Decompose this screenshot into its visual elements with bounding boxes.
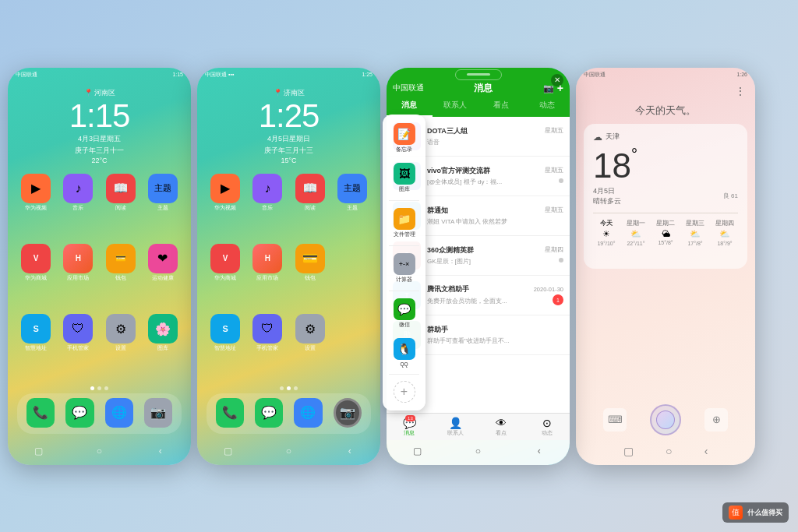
app-icon-music[interactable]: ♪ 音乐 (59, 174, 97, 239)
dot-2 (97, 386, 101, 390)
app-label-read: 阅读 (115, 205, 126, 211)
dock-2-messages[interactable]: 💬 (255, 398, 283, 428)
nav-circle-2[interactable]: ○ (281, 443, 296, 459)
panel-item-files[interactable]: 📁 文件管理 (386, 204, 422, 242)
app-icon-2-music[interactable]: ♪ 音乐 (249, 174, 286, 239)
panel-label-files: 文件管理 (394, 231, 415, 238)
phone-screen-1: 中国联通 1:15 📍河南区 1:15 4月3日星期五 庚子年三月十一 22°C… (8, 68, 191, 465)
app-icon-vmall[interactable]: V 华为商城 (17, 244, 55, 309)
panel-divider-4 (389, 374, 419, 375)
panel-label-wechat: 微信 (399, 322, 410, 329)
panel-icon-memo: 📝 (394, 123, 415, 145)
chat-msg-dota: 语音 (427, 138, 563, 146)
chat-content-vivo: vivo官方评测交流群 星期五 [@全体成员] 根予 dy：福... (427, 166, 563, 186)
app-label-smart: 智慧地址 (25, 345, 47, 351)
phone-screen-4: 中国联通 1:26 ⋮ 今天的天气。 ☁ 天津 18 ° 4月5日 晴转多云 良… (576, 68, 755, 465)
app-label-manager: 手机管家 (67, 345, 89, 351)
app-icon-smart[interactable]: S 智慧地址 (17, 314, 55, 379)
app-icon-gallery[interactable]: 🌸 图库 (144, 314, 182, 379)
weather-nav-back[interactable]: ‹ (704, 445, 708, 457)
app-icon-huawei-video[interactable]: ▶ 华为视频 (17, 174, 55, 239)
side-panel: 📝 备忘录 🖼 图库 📁 文件管理 +-× 计算器 💬 微信 (383, 115, 425, 410)
nav-back-3[interactable]: ‹ (531, 443, 547, 459)
wechat-nav-contacts[interactable]: 👤 联系人 (433, 414, 478, 440)
panel-item-qq[interactable]: 🐧 QQ (386, 334, 422, 371)
temp-1: 22°C (91, 157, 107, 164)
wechat-tab-me[interactable]: 动态 (524, 95, 570, 117)
weather-status-bar: 中国联通 1:26 (576, 68, 755, 82)
weather-city: 天津 (606, 132, 620, 142)
app-label-gallery: 图库 (157, 345, 168, 351)
app-icon-2-smart[interactable]: S 智慧地址 (207, 314, 244, 379)
status-bar-2: 中国联通 ▪▪▪ 1:25 (197, 68, 380, 82)
app-label-vmall: 华为商城 (25, 275, 47, 281)
nav-back-1[interactable]: ‹ (153, 443, 168, 459)
weather-nav-circle[interactable]: ○ (666, 445, 672, 457)
wechat-tab-explore[interactable]: 看点 (478, 95, 524, 117)
status-right-2: 1:25 (362, 72, 373, 77)
app-icon-2-vmall[interactable]: V 华为商城 (207, 244, 244, 309)
app-icon-theme[interactable]: 主题 主题 (144, 174, 182, 239)
dock-camera[interactable]: 📷 (144, 398, 172, 428)
app-label-settings: 设置 (115, 345, 126, 351)
weather-more-button[interactable]: ⋮ (576, 82, 755, 100)
wechat-nav-explore[interactable]: 👁 看点 (478, 414, 524, 440)
chat-content-tencent: 腾讯文档助手 2020-01-30 免费开放会员功能，全面支... 1 (427, 284, 563, 305)
app-icon-appstore[interactable]: H 应用市场 (59, 244, 97, 309)
dock-browser[interactable]: 🌐 (105, 398, 133, 428)
panel-item-calc[interactable]: +-× 计算器 (386, 249, 422, 287)
chat-name-vivo: vivo官方评测交流群 (427, 166, 490, 176)
chat-name-notice: 群通知 (427, 206, 448, 216)
dock-2-browser[interactable]: 🌐 (294, 398, 322, 428)
app-icon-2-wallet[interactable]: 💳 钱包 (291, 244, 329, 309)
panel-item-memo[interactable]: 📝 备忘录 (386, 119, 422, 157)
wechat-tab-messages[interactable]: 消息 (387, 95, 433, 117)
wechat-msg-badge: 13 (405, 415, 415, 421)
wechat-tab-contacts[interactable]: 联系人 (433, 95, 478, 117)
app-icon-2-read[interactable]: 📖 阅读 (291, 174, 329, 239)
chat-time-dota: 星期五 (545, 127, 563, 135)
app-icon-2-manager[interactable]: 🛡 手机管家 (249, 314, 286, 379)
panel-item-gallery[interactable]: 🖼 图库 (386, 159, 422, 197)
chat-time-vivo: 星期五 (545, 167, 563, 174)
app-img-gallery: 🌸 (148, 314, 178, 344)
weather-assistant-button[interactable] (650, 404, 681, 435)
wechat-nav-me[interactable]: ⊙ 动态 (524, 414, 570, 440)
dock-2-phone[interactable]: 📞 (216, 398, 244, 428)
weather-day-thu: 星期四 ⛅ 18°/9° (711, 220, 738, 246)
chat-content-notice: 群通知 星期五 潮妞 VITA 申请加入 依然若梦 (427, 206, 563, 226)
app-icon-2-appstore[interactable]: H 应用市场 (249, 244, 286, 309)
nav-square-1[interactable]: ▢ (30, 443, 46, 459)
dock-messages[interactable]: 💬 (65, 398, 94, 428)
weather-settings-icon[interactable]: ⊕ (704, 408, 728, 432)
nav-circle-1[interactable]: ○ (91, 443, 107, 459)
panel-divider-3 (389, 291, 419, 291)
dock-2-camera[interactable]: 📷 (334, 398, 362, 428)
nav-back-2[interactable]: ‹ (342, 443, 358, 459)
app-icon-settings[interactable]: ⚙ 设置 (102, 314, 139, 379)
app-icon-2-theme[interactable]: 主题 主题 (334, 174, 371, 239)
app-icon-manager[interactable]: 🛡 手机管家 (59, 314, 97, 379)
panel-add-button[interactable]: + (394, 381, 415, 403)
app-icon-2-settings[interactable]: ⚙ 设置 (291, 314, 329, 379)
nav-circle-3[interactable]: ○ (470, 443, 486, 459)
app-icon-2-video[interactable]: ▶ 华为视频 (207, 174, 244, 239)
nav-square-3[interactable]: ▢ (409, 443, 425, 459)
chat-badge-tencent: 1 (553, 294, 563, 305)
app-icon-read[interactable]: 📖 阅读 (102, 174, 139, 239)
app-img-manager: 🛡 (63, 314, 93, 344)
wechat-nav-explore-icon: 👁 (496, 417, 507, 429)
phone-screens-container: 中国联通 1:15 📍河南区 1:15 4月3日星期五 庚子年三月十一 22°C… (0, 0, 798, 532)
app-icon-health[interactable]: ❤ 运动健康 (144, 244, 182, 309)
wechat-close-button[interactable]: ✕ (551, 74, 563, 86)
weather-keyboard-icon[interactable]: ⌨ (603, 408, 627, 432)
app-icon-wallet[interactable]: 💳 钱包 (102, 244, 139, 309)
nav-square-2[interactable]: ▢ (220, 443, 235, 459)
weather-nav-square[interactable]: ▢ (623, 445, 634, 457)
panel-item-wechat[interactable]: 💬 微信 (386, 294, 422, 333)
chat-name-tencent: 腾讯文档助手 (427, 284, 469, 294)
dock-phone[interactable]: 📞 (26, 398, 55, 428)
weather-quality: 良 61 (723, 192, 738, 200)
wechat-nav-me-label: 动态 (542, 429, 553, 437)
wechat-nav-messages[interactable]: 💬 消息 13 (387, 414, 433, 440)
